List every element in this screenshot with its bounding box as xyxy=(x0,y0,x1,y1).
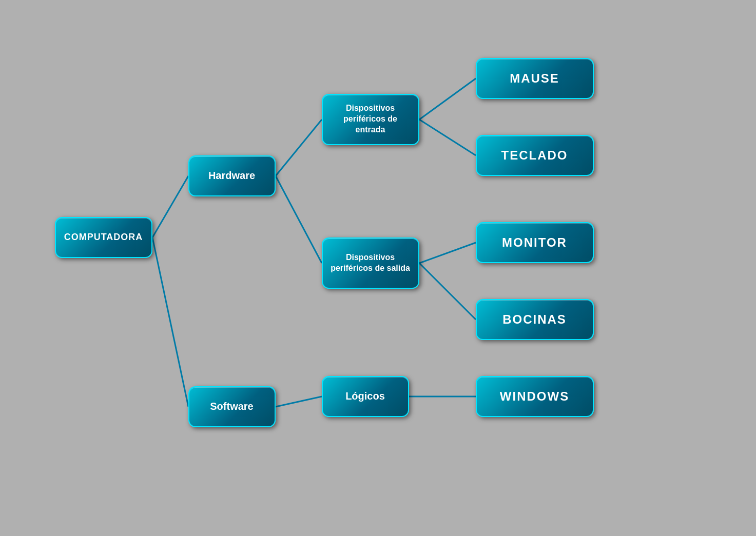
svg-line-6 xyxy=(419,243,476,263)
svg-line-3 xyxy=(276,176,322,263)
node-hardware: Hardware xyxy=(188,155,276,196)
node-software: Software xyxy=(188,386,276,427)
svg-line-7 xyxy=(419,263,476,320)
svg-line-1 xyxy=(152,237,188,407)
node-computadora: COMPUTADORA xyxy=(55,217,152,258)
node-entrada: Dispositivos periféricos de entrada xyxy=(322,94,419,145)
node-teclado: TECLADO xyxy=(476,135,594,176)
svg-line-0 xyxy=(152,176,188,237)
svg-line-8 xyxy=(276,396,322,407)
node-windows: WINDOWS xyxy=(476,376,594,417)
node-monitor: MONITOR xyxy=(476,222,594,263)
svg-line-5 xyxy=(419,120,476,155)
node-bocinas: BOCINAS xyxy=(476,299,594,340)
concept-map: COMPUTADORA Hardware Software Dispositiv… xyxy=(45,37,712,499)
svg-line-2 xyxy=(276,120,322,176)
node-logicos: Lógicos xyxy=(322,376,409,417)
svg-line-4 xyxy=(419,78,476,120)
node-salida: Dispositivos periféricos de salida xyxy=(322,237,419,289)
node-mause: MAUSE xyxy=(476,58,594,99)
